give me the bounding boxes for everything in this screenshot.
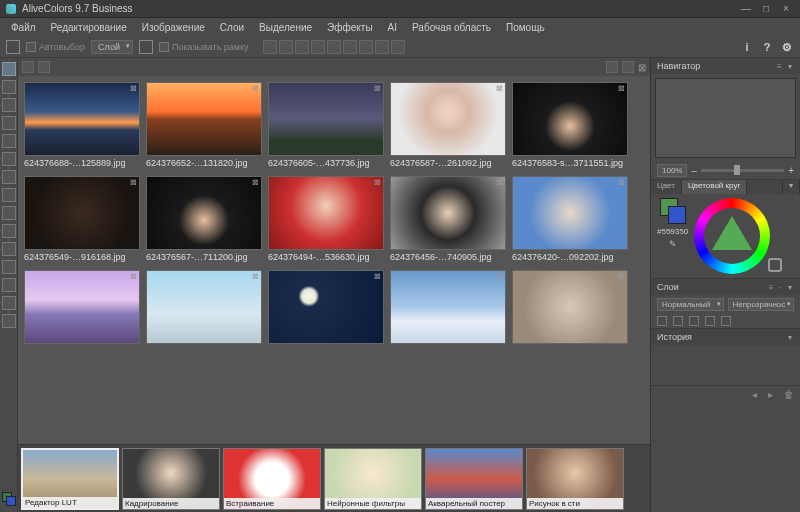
close-thumb-icon[interactable]: ⊠ (496, 178, 503, 187)
filmstrip-item[interactable]: Встраивание (223, 448, 321, 510)
filmstrip-item[interactable]: Рисунок в сти (526, 448, 624, 510)
filmstrip-item[interactable]: Редактор LUT (21, 448, 119, 510)
zoom-tool-icon[interactable] (2, 314, 16, 328)
opacity-dropdown[interactable]: Непрозрачнос (728, 298, 795, 311)
text-tool-icon[interactable] (2, 278, 16, 292)
transform-icon[interactable] (139, 40, 153, 54)
selection-tool-icon[interactable] (2, 80, 16, 94)
blend-mode-dropdown[interactable]: Нормальный (657, 298, 724, 311)
close-thumb-icon[interactable]: ⊠ (252, 84, 259, 93)
show-frame-checkbox[interactable]: Показывать рамку (159, 42, 249, 52)
thumbnail[interactable]: ⊠624376587-…261092.jpg (390, 82, 506, 172)
thumbnail[interactable]: ⊠624376605-…437736.jpg (268, 82, 384, 172)
prev-icon[interactable]: ◂ (752, 389, 762, 399)
menu-ai[interactable]: AI (381, 20, 404, 35)
thumbnail[interactable]: ⊠ (512, 270, 628, 344)
settings-gear-icon[interactable]: ⚙ (780, 40, 794, 54)
close-thumb-icon[interactable]: ⊠ (374, 178, 381, 187)
help-icon[interactable]: ? (760, 40, 774, 54)
filmstrip-item[interactable]: Нейронные фильтры (324, 448, 422, 510)
filmstrip-item[interactable]: Кадрирование (122, 448, 220, 510)
tab-list-icon[interactable] (22, 61, 34, 73)
trash-icon[interactable]: 🗑 (784, 389, 794, 399)
menu-select[interactable]: Выделение (252, 20, 319, 35)
align-icon[interactable] (263, 40, 277, 54)
mask-icon[interactable] (689, 316, 699, 326)
crop-tool-icon[interactable] (2, 116, 16, 130)
arrange-icon[interactable] (622, 61, 634, 73)
thumbnail[interactable]: ⊠624376688-…125889.jpg (24, 82, 140, 172)
thumbnail[interactable]: ⊠624376456-…740905.jpg (390, 176, 506, 266)
navigator-preview[interactable] (655, 78, 796, 158)
close-thumb-icon[interactable]: ⊠ (496, 84, 503, 93)
blur-tool-icon[interactable] (2, 242, 16, 256)
close-all-icon[interactable]: ⊠ (638, 62, 646, 73)
zoom-slider[interactable] (701, 169, 784, 172)
close-thumb-icon[interactable]: ⊠ (618, 272, 625, 281)
thumbnail[interactable]: ⊠624376494-…536630.jpg (268, 176, 384, 266)
menu-workspace[interactable]: Рабочая область (405, 20, 498, 35)
color-wheel[interactable] (694, 198, 770, 274)
eraser-tool-icon[interactable] (2, 188, 16, 202)
distribute-icon[interactable] (359, 40, 373, 54)
thumbnail[interactable]: ⊠624376583-s…3711551.jpg (512, 82, 628, 172)
align-icon[interactable] (295, 40, 309, 54)
panel-menu-icon[interactable]: ≡ · ▾ (769, 283, 794, 292)
menu-effects[interactable]: Эффекты (320, 20, 379, 35)
thumbnail[interactable]: ⊠ (390, 270, 506, 344)
info-icon[interactable]: i (740, 40, 754, 54)
align-icon[interactable] (311, 40, 325, 54)
zoom-out-icon[interactable]: – (691, 165, 697, 176)
zoom-percent-field[interactable]: 100% (657, 164, 687, 177)
close-button[interactable]: × (778, 3, 794, 15)
fill-tool-icon[interactable] (2, 206, 16, 220)
shape-tool-icon[interactable] (2, 260, 16, 274)
tab-color[interactable]: Цвет (651, 180, 682, 194)
tab-colorwheel[interactable]: Цветовой круг (682, 180, 747, 194)
minimize-button[interactable]: — (738, 3, 754, 15)
zoom-in-icon[interactable]: + (788, 165, 794, 176)
close-thumb-icon[interactable]: ⊠ (618, 84, 625, 93)
panel-menu-icon[interactable]: ▾ (788, 333, 794, 342)
thumbnail[interactable]: ⊠624376567-…711200.jpg (146, 176, 262, 266)
thumbnail[interactable]: ⊠ (268, 270, 384, 344)
color-mode-icon[interactable] (768, 258, 782, 272)
distribute-icon[interactable] (375, 40, 389, 54)
next-icon[interactable]: ▸ (768, 389, 778, 399)
lasso-tool-icon[interactable] (2, 98, 16, 112)
new-tab-icon[interactable] (38, 61, 50, 73)
close-thumb-icon[interactable]: ⊠ (374, 272, 381, 281)
align-icon[interactable] (343, 40, 357, 54)
close-thumb-icon[interactable]: ⊠ (252, 272, 259, 281)
maximize-button[interactable]: □ (758, 3, 774, 15)
gradient-tool-icon[interactable] (2, 224, 16, 238)
menu-image[interactable]: Изображение (135, 20, 212, 35)
thumbnail[interactable]: ⊠624376420-…092202.jpg (512, 176, 628, 266)
menu-file[interactable]: Файл (4, 20, 43, 35)
menu-edit[interactable]: Редактирование (44, 20, 134, 35)
distribute-icon[interactable] (391, 40, 405, 54)
panel-menu-icon[interactable]: ≡ ▾ (777, 62, 794, 71)
panel-menu-icon[interactable]: ▾ (783, 180, 800, 194)
thumbnail[interactable]: ⊠624376652-…131820.jpg (146, 82, 262, 172)
thumbnail[interactable]: ⊠ (146, 270, 262, 344)
folder-icon[interactable] (673, 316, 683, 326)
close-thumb-icon[interactable]: ⊠ (130, 272, 137, 281)
hand-tool-icon[interactable] (2, 296, 16, 310)
eyedropper-tool-icon[interactable] (2, 134, 16, 148)
autoselect-checkbox[interactable]: Автовыбор (26, 42, 85, 52)
menu-layers[interactable]: Слои (213, 20, 251, 35)
grid-view-icon[interactable] (606, 61, 618, 73)
clone-tool-icon[interactable] (2, 170, 16, 184)
align-icon[interactable] (279, 40, 293, 54)
move-tool-icon[interactable] (2, 62, 16, 76)
new-layer-icon[interactable] (657, 316, 667, 326)
thumbnail[interactable]: ⊠624376549-…916168.jpg (24, 176, 140, 266)
align-icon[interactable] (327, 40, 341, 54)
close-thumb-icon[interactable]: ⊠ (130, 178, 137, 187)
eyedropper-icon[interactable]: ✎ (669, 239, 677, 249)
close-thumb-icon[interactable]: ⊠ (618, 178, 625, 187)
menu-help[interactable]: Помощь (499, 20, 552, 35)
layer-dropdown[interactable]: Слой (91, 40, 133, 54)
color-swatch[interactable] (2, 492, 16, 506)
